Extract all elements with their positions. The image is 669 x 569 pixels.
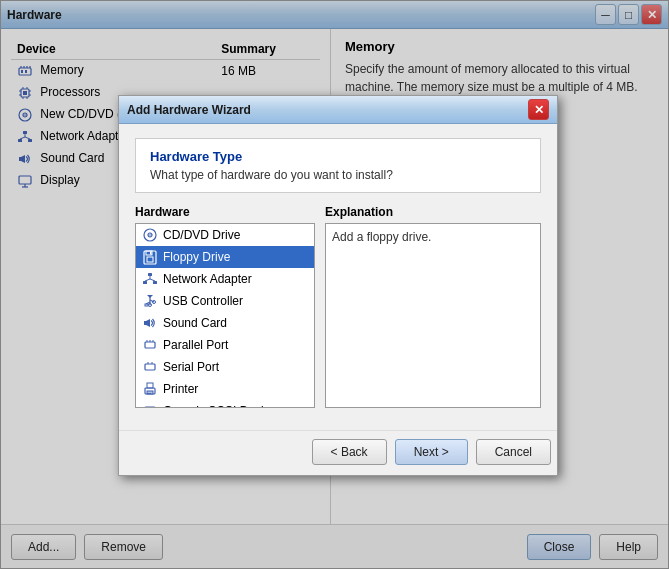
hardware-list-item[interactable]: Generic SCSI Device [136, 400, 314, 408]
svg-marker-51 [146, 319, 150, 327]
hardware-list-label: Hardware [135, 205, 315, 219]
next-button[interactable]: Next > [395, 439, 468, 465]
hardware-list-section: Hardware CD/DVD Drive Floppy Drive Netwo… [135, 205, 315, 408]
dialog-title: Add Hardware Wizard [127, 103, 528, 117]
svg-rect-36 [147, 257, 153, 262]
svg-rect-52 [144, 321, 146, 325]
svg-rect-39 [143, 281, 147, 284]
svg-rect-61 [147, 383, 153, 388]
hw-item-name: Serial Port [163, 360, 219, 374]
svg-rect-40 [153, 281, 157, 284]
explanation-label: Explanation [325, 205, 541, 219]
dialog-hw-title: Hardware Type [150, 149, 526, 164]
hw-item-name: Floppy Drive [163, 250, 230, 264]
svg-line-43 [150, 279, 155, 281]
hw-item-icon-printer [142, 381, 158, 397]
hardware-list-item[interactable]: Printer [136, 378, 314, 400]
explanation-section: Explanation Add a floppy drive. [325, 205, 541, 408]
svg-rect-53 [145, 342, 155, 348]
hw-item-icon-cdrom [142, 227, 158, 243]
hardware-list-item[interactable]: Sound Card [136, 312, 314, 334]
hw-item-icon-floppy [142, 249, 158, 265]
hw-item-icon-serial [142, 359, 158, 375]
dialog-header-section: Hardware Type What type of hardware do y… [135, 138, 541, 193]
hardware-list-item[interactable]: Network Adapter [136, 268, 314, 290]
svg-point-33 [149, 234, 151, 236]
dialog-body: Hardware Type What type of hardware do y… [119, 124, 557, 430]
hw-item-name: Generic SCSI Device [163, 404, 276, 408]
hardware-list: CD/DVD Drive Floppy Drive Network Adapte… [135, 223, 315, 408]
hardware-list-item[interactable]: Serial Port [136, 356, 314, 378]
dialog-hw-subtitle: What type of hardware do you want to ins… [150, 168, 526, 182]
hw-item-name: Printer [163, 382, 198, 396]
hw-item-name: CD/DVD Drive [163, 228, 240, 242]
explanation-box: Add a floppy drive. [325, 223, 541, 408]
dialog-bottom-bar: < Back Next > Cancel [119, 430, 557, 475]
hardware-list-item[interactable]: Floppy Drive [136, 246, 314, 268]
add-hardware-dialog: Add Hardware Wizard ✕ Hardware Type What… [118, 95, 558, 476]
hardware-list-item[interactable]: USB Controller [136, 290, 314, 312]
hardware-list-item[interactable]: Parallel Port [136, 334, 314, 356]
svg-rect-38 [148, 273, 152, 276]
hw-item-icon-scsi [142, 403, 158, 408]
hw-item-icon-sound [142, 315, 158, 331]
svg-rect-57 [145, 364, 155, 370]
hw-item-name: Sound Card [163, 316, 227, 330]
svg-line-42 [145, 279, 150, 281]
hw-item-name: Network Adapter [163, 272, 252, 286]
svg-rect-65 [145, 407, 155, 408]
explanation-text: Add a floppy drive. [332, 230, 431, 244]
svg-marker-45 [147, 295, 153, 298]
hardware-list-item[interactable]: CD/DVD Drive [136, 224, 314, 246]
dialog-overlay: Add Hardware Wizard ✕ Hardware Type What… [0, 0, 669, 569]
hw-item-icon-parallel [142, 337, 158, 353]
dialog-close-icon: ✕ [534, 103, 544, 117]
dialog-main-area: Hardware CD/DVD Drive Floppy Drive Netwo… [135, 205, 541, 408]
cancel-button[interactable]: Cancel [476, 439, 551, 465]
back-button[interactable]: < Back [312, 439, 387, 465]
hw-item-icon-network [142, 271, 158, 287]
hw-item-icon-usb [142, 293, 158, 309]
hw-item-name: Parallel Port [163, 338, 228, 352]
hw-item-name: USB Controller [163, 294, 243, 308]
dialog-titlebar: Add Hardware Wizard ✕ [119, 96, 557, 124]
svg-rect-49 [145, 304, 148, 306]
svg-rect-37 [150, 252, 152, 255]
dialog-close-button[interactable]: ✕ [528, 99, 549, 120]
